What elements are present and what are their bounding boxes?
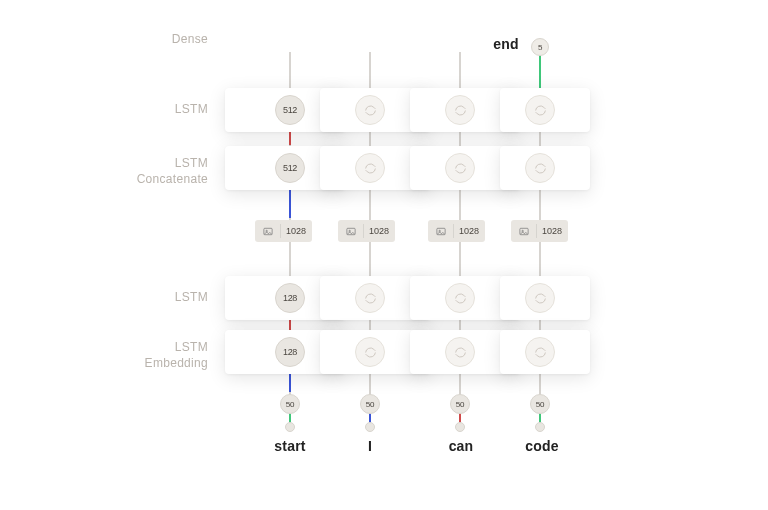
embed-node: 50	[450, 394, 470, 414]
lstm-node	[525, 153, 555, 183]
word-i: I	[358, 438, 382, 454]
label-lstm2: LSTM	[78, 156, 208, 170]
label-lstm1: LSTM	[78, 290, 208, 304]
trash-icon	[363, 40, 379, 58]
word-code: code	[520, 438, 564, 454]
refresh-icon	[534, 104, 547, 117]
output-node: 5	[531, 38, 549, 56]
refresh-icon	[454, 104, 467, 117]
refresh-icon	[364, 346, 377, 359]
input-dot	[535, 422, 545, 432]
input-dot	[455, 422, 465, 432]
word-start: start	[268, 438, 312, 454]
concat-value: 1028	[286, 226, 306, 236]
diagram-canvas: Dense LSTM LSTM Concatenate LSTM LSTM Em…	[0, 0, 768, 510]
refresh-icon	[364, 162, 377, 175]
lstm-node	[355, 95, 385, 125]
lstm-node-128: 128	[275, 283, 305, 313]
lstm-node-128b: 128	[275, 337, 305, 367]
label-lstm3: LSTM	[78, 102, 208, 116]
lstm-node	[445, 153, 475, 183]
refresh-icon	[454, 162, 467, 175]
word-end: end	[486, 36, 526, 52]
lstm-node	[445, 283, 475, 313]
refresh-icon	[454, 292, 467, 305]
lstm-node	[445, 337, 475, 367]
image-icon	[434, 226, 448, 237]
lstm-node	[445, 95, 475, 125]
image-icon	[344, 226, 358, 237]
refresh-icon	[364, 292, 377, 305]
concat-chip: 1028	[255, 220, 312, 242]
lstm-node	[525, 283, 555, 313]
concat-value: 1028	[459, 226, 479, 236]
lstm-node	[355, 283, 385, 313]
image-icon	[261, 226, 275, 237]
label-dense: Dense	[78, 32, 208, 46]
image-icon	[517, 226, 531, 237]
embed-node: 50	[360, 394, 380, 414]
input-dot	[285, 422, 295, 432]
refresh-icon	[454, 346, 467, 359]
concat-chip: 1028	[428, 220, 485, 242]
connection-lines	[0, 0, 768, 510]
refresh-icon	[364, 104, 377, 117]
label-concat: Concatenate	[78, 172, 208, 186]
refresh-icon	[534, 162, 547, 175]
concat-value: 1028	[369, 226, 389, 236]
lstm-node-512b: 512	[275, 153, 305, 183]
concat-chip: 1028	[338, 220, 395, 242]
lstm-node	[525, 95, 555, 125]
input-dot	[365, 422, 375, 432]
lstm-node-512: 512	[275, 95, 305, 125]
word-can: can	[444, 438, 478, 454]
concat-chip: 1028	[511, 220, 568, 242]
trash-icon	[453, 40, 469, 58]
embed-node: 50	[530, 394, 550, 414]
refresh-icon	[534, 346, 547, 359]
refresh-icon	[534, 292, 547, 305]
embed-node: 50	[280, 394, 300, 414]
trash-icon	[283, 40, 299, 58]
lstm-node	[355, 153, 385, 183]
lstm-node	[355, 337, 385, 367]
lstm-node	[525, 337, 555, 367]
concat-value: 1028	[542, 226, 562, 236]
label-embedding: Embedding	[78, 356, 208, 370]
label-lstm0: LSTM	[78, 340, 208, 354]
